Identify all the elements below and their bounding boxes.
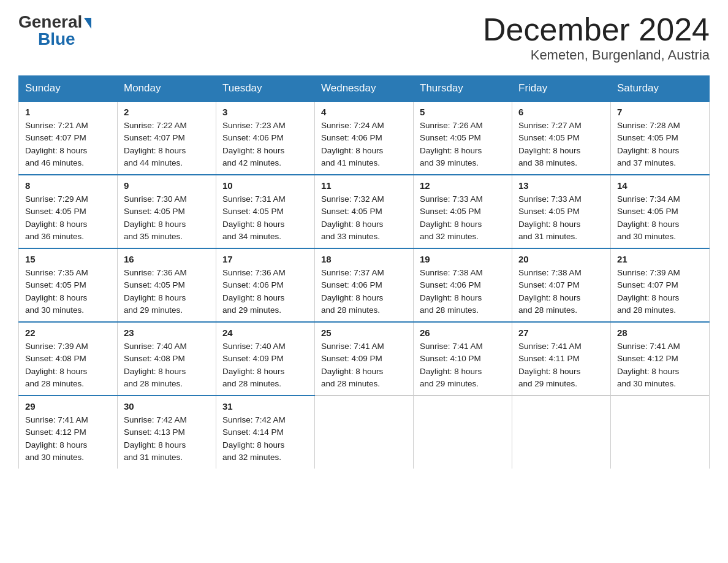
calendar-cell bbox=[611, 396, 710, 469]
calendar-cell: 7 Sunrise: 7:28 AM Sunset: 4:05 PM Dayli… bbox=[611, 101, 710, 175]
calendar-row: 29 Sunrise: 7:41 AM Sunset: 4:12 PM Dayl… bbox=[19, 396, 710, 469]
day-info: Sunrise: 7:42 AM Sunset: 4:14 PM Dayligh… bbox=[222, 414, 308, 464]
day-info: Sunrise: 7:35 AM Sunset: 4:05 PM Dayligh… bbox=[25, 267, 111, 316]
calendar-cell: 1 Sunrise: 7:21 AM Sunset: 4:07 PM Dayli… bbox=[19, 101, 118, 175]
day-number: 10 bbox=[222, 180, 308, 191]
logo-triangle-icon bbox=[84, 18, 91, 29]
day-info: Sunrise: 7:26 AM Sunset: 4:05 PM Dayligh… bbox=[420, 120, 506, 169]
day-info: Sunrise: 7:41 AM Sunset: 4:11 PM Dayligh… bbox=[518, 340, 604, 390]
day-info: Sunrise: 7:40 AM Sunset: 4:08 PM Dayligh… bbox=[124, 340, 210, 390]
day-info: Sunrise: 7:32 AM Sunset: 4:05 PM Dayligh… bbox=[321, 193, 407, 243]
page-header: General Blue December 2024 Kemeten, Burg… bbox=[18, 12, 710, 63]
day-number: 1 bbox=[25, 107, 111, 117]
day-info: Sunrise: 7:41 AM Sunset: 4:10 PM Dayligh… bbox=[420, 340, 506, 390]
calendar-cell: 14 Sunrise: 7:34 AM Sunset: 4:05 PM Dayl… bbox=[611, 175, 710, 248]
day-number: 22 bbox=[25, 327, 111, 338]
calendar-row: 1 Sunrise: 7:21 AM Sunset: 4:07 PM Dayli… bbox=[19, 101, 710, 175]
day-number: 27 bbox=[518, 327, 604, 338]
day-number: 15 bbox=[25, 254, 111, 264]
day-info: Sunrise: 7:39 AM Sunset: 4:08 PM Dayligh… bbox=[25, 340, 111, 390]
calendar-cell: 2 Sunrise: 7:22 AM Sunset: 4:07 PM Dayli… bbox=[118, 101, 216, 175]
calendar-cell: 11 Sunrise: 7:32 AM Sunset: 4:05 PM Dayl… bbox=[315, 175, 414, 248]
day-info: Sunrise: 7:29 AM Sunset: 4:05 PM Dayligh… bbox=[25, 193, 111, 243]
calendar-cell bbox=[414, 396, 512, 469]
day-number: 21 bbox=[617, 254, 703, 264]
day-info: Sunrise: 7:38 AM Sunset: 4:06 PM Dayligh… bbox=[420, 267, 506, 316]
calendar-cell: 18 Sunrise: 7:37 AM Sunset: 4:06 PM Dayl… bbox=[315, 248, 414, 322]
day-number: 23 bbox=[124, 327, 210, 338]
calendar-row: 8 Sunrise: 7:29 AM Sunset: 4:05 PM Dayli… bbox=[19, 175, 710, 248]
calendar-cell: 6 Sunrise: 7:27 AM Sunset: 4:05 PM Dayli… bbox=[512, 101, 611, 175]
calendar-cell: 26 Sunrise: 7:41 AM Sunset: 4:10 PM Dayl… bbox=[414, 322, 512, 396]
logo-blue-text: Blue bbox=[38, 29, 75, 49]
day-info: Sunrise: 7:23 AM Sunset: 4:06 PM Dayligh… bbox=[222, 120, 308, 169]
day-number: 11 bbox=[321, 180, 407, 191]
day-number: 28 bbox=[617, 327, 703, 338]
logo: General Blue bbox=[18, 12, 91, 49]
day-number: 5 bbox=[420, 107, 506, 117]
calendar-cell: 16 Sunrise: 7:36 AM Sunset: 4:05 PM Dayl… bbox=[118, 248, 216, 322]
day-number: 13 bbox=[518, 180, 604, 191]
day-info: Sunrise: 7:41 AM Sunset: 4:12 PM Dayligh… bbox=[617, 340, 703, 390]
calendar-cell: 30 Sunrise: 7:42 AM Sunset: 4:13 PM Dayl… bbox=[118, 396, 216, 469]
calendar-cell: 19 Sunrise: 7:38 AM Sunset: 4:06 PM Dayl… bbox=[414, 248, 512, 322]
day-info: Sunrise: 7:36 AM Sunset: 4:06 PM Dayligh… bbox=[222, 267, 308, 316]
calendar-cell: 5 Sunrise: 7:26 AM Sunset: 4:05 PM Dayli… bbox=[414, 101, 512, 175]
day-number: 9 bbox=[124, 180, 210, 191]
calendar-cell: 22 Sunrise: 7:39 AM Sunset: 4:08 PM Dayl… bbox=[19, 322, 118, 396]
title-block: December 2024 Kemeten, Burgenland, Austr… bbox=[483, 12, 710, 63]
day-info: Sunrise: 7:41 AM Sunset: 4:12 PM Dayligh… bbox=[25, 414, 111, 464]
col-friday: Friday bbox=[512, 76, 611, 102]
calendar-cell: 27 Sunrise: 7:41 AM Sunset: 4:11 PM Dayl… bbox=[512, 322, 611, 396]
day-info: Sunrise: 7:42 AM Sunset: 4:13 PM Dayligh… bbox=[124, 414, 210, 464]
day-info: Sunrise: 7:24 AM Sunset: 4:06 PM Dayligh… bbox=[321, 120, 407, 169]
calendar-cell: 10 Sunrise: 7:31 AM Sunset: 4:05 PM Dayl… bbox=[216, 175, 315, 248]
header-row: Sunday Monday Tuesday Wednesday Thursday… bbox=[19, 76, 710, 102]
day-info: Sunrise: 7:34 AM Sunset: 4:05 PM Dayligh… bbox=[617, 193, 703, 243]
day-info: Sunrise: 7:39 AM Sunset: 4:07 PM Dayligh… bbox=[617, 267, 703, 316]
day-info: Sunrise: 7:28 AM Sunset: 4:05 PM Dayligh… bbox=[617, 120, 703, 169]
day-info: Sunrise: 7:31 AM Sunset: 4:05 PM Dayligh… bbox=[222, 193, 308, 243]
day-number: 8 bbox=[25, 180, 111, 191]
calendar-cell: 23 Sunrise: 7:40 AM Sunset: 4:08 PM Dayl… bbox=[118, 322, 216, 396]
day-number: 17 bbox=[222, 254, 308, 264]
calendar-cell: 28 Sunrise: 7:41 AM Sunset: 4:12 PM Dayl… bbox=[611, 322, 710, 396]
day-info: Sunrise: 7:41 AM Sunset: 4:09 PM Dayligh… bbox=[321, 340, 407, 390]
calendar-cell: 15 Sunrise: 7:35 AM Sunset: 4:05 PM Dayl… bbox=[19, 248, 118, 322]
calendar-row: 15 Sunrise: 7:35 AM Sunset: 4:05 PM Dayl… bbox=[19, 248, 710, 322]
calendar-cell: 17 Sunrise: 7:36 AM Sunset: 4:06 PM Dayl… bbox=[216, 248, 315, 322]
calendar-row: 22 Sunrise: 7:39 AM Sunset: 4:08 PM Dayl… bbox=[19, 322, 710, 396]
calendar-cell: 25 Sunrise: 7:41 AM Sunset: 4:09 PM Dayl… bbox=[315, 322, 414, 396]
day-number: 29 bbox=[25, 401, 111, 412]
col-saturday: Saturday bbox=[611, 76, 710, 102]
day-number: 7 bbox=[617, 107, 703, 117]
col-wednesday: Wednesday bbox=[315, 76, 414, 102]
day-number: 6 bbox=[518, 107, 604, 117]
day-info: Sunrise: 7:22 AM Sunset: 4:07 PM Dayligh… bbox=[124, 120, 210, 169]
day-number: 19 bbox=[420, 254, 506, 264]
day-number: 2 bbox=[124, 107, 210, 117]
day-number: 25 bbox=[321, 327, 407, 338]
calendar-cell: 24 Sunrise: 7:40 AM Sunset: 4:09 PM Dayl… bbox=[216, 322, 315, 396]
day-number: 30 bbox=[124, 401, 210, 412]
day-info: Sunrise: 7:36 AM Sunset: 4:05 PM Dayligh… bbox=[124, 267, 210, 316]
day-number: 18 bbox=[321, 254, 407, 264]
day-number: 24 bbox=[222, 327, 308, 338]
calendar-cell: 12 Sunrise: 7:33 AM Sunset: 4:05 PM Dayl… bbox=[414, 175, 512, 248]
day-number: 3 bbox=[222, 107, 308, 117]
day-number: 31 bbox=[222, 401, 308, 412]
calendar-cell: 3 Sunrise: 7:23 AM Sunset: 4:06 PM Dayli… bbox=[216, 101, 315, 175]
calendar-cell: 29 Sunrise: 7:41 AM Sunset: 4:12 PM Dayl… bbox=[19, 396, 118, 469]
calendar-cell: 31 Sunrise: 7:42 AM Sunset: 4:14 PM Dayl… bbox=[216, 396, 315, 469]
day-info: Sunrise: 7:40 AM Sunset: 4:09 PM Dayligh… bbox=[222, 340, 308, 390]
day-info: Sunrise: 7:33 AM Sunset: 4:05 PM Dayligh… bbox=[518, 193, 604, 243]
location-title: Kemeten, Burgenland, Austria bbox=[483, 47, 710, 63]
day-info: Sunrise: 7:33 AM Sunset: 4:05 PM Dayligh… bbox=[420, 193, 506, 243]
col-monday: Monday bbox=[118, 76, 216, 102]
day-info: Sunrise: 7:27 AM Sunset: 4:05 PM Dayligh… bbox=[518, 120, 604, 169]
calendar-cell bbox=[315, 396, 414, 469]
calendar-cell: 21 Sunrise: 7:39 AM Sunset: 4:07 PM Dayl… bbox=[611, 248, 710, 322]
calendar-cell bbox=[512, 396, 611, 469]
day-number: 20 bbox=[518, 254, 604, 264]
calendar-cell: 4 Sunrise: 7:24 AM Sunset: 4:06 PM Dayli… bbox=[315, 101, 414, 175]
